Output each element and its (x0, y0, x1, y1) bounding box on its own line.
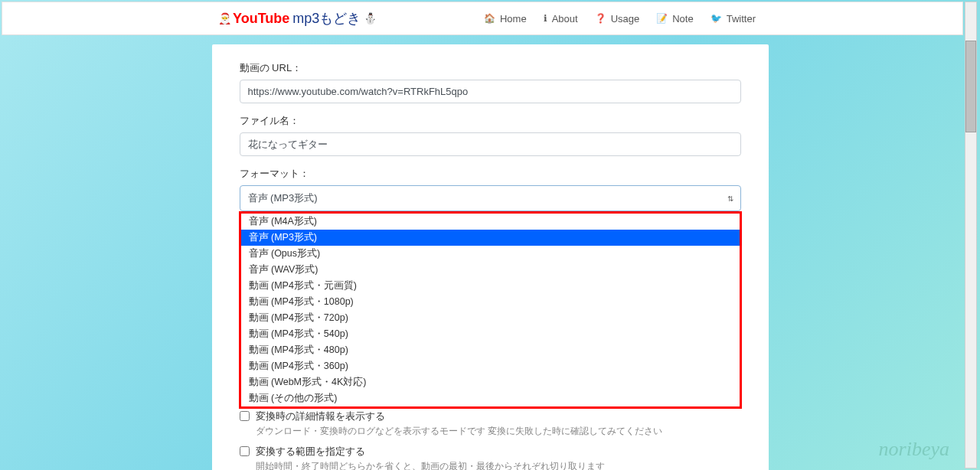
format-option-m4a[interactable]: 音声 (M4A形式) (241, 214, 740, 230)
nav-twitter[interactable]: 🐦 Twitter (710, 13, 756, 24)
checkbox-range[interactable] (240, 446, 250, 456)
format-option-wav[interactable]: 音声 (WAV形式) (241, 262, 740, 278)
format-option-mp3[interactable]: 音声 (MP3形式) (241, 230, 740, 246)
nav-home[interactable]: 🏠 Home (484, 13, 527, 24)
format-dropdown: 音声 (M4A形式) 音声 (MP3形式) 音声 (Opus形式) 音声 (WA… (239, 211, 742, 409)
nav-usage[interactable]: ❓ Usage (595, 13, 640, 24)
nav-about-label: About (552, 13, 578, 24)
checkbox-range-label: 変換する範囲を指定する (256, 445, 741, 459)
checkbox-detail-group: 変換時の詳細情報を表示する ダウンロード・変換時のログなどを表示するモードです … (240, 410, 741, 438)
watermark: noribeya (879, 438, 949, 461)
format-option-mp4-1080[interactable]: 動画 (MP4形式・1080p) (241, 294, 740, 310)
format-option-opus[interactable]: 音声 (Opus形式) (241, 246, 740, 262)
scrollbar-track[interactable] (965, 2, 977, 468)
format-group: フォーマット： 音声 (MP3形式) ⇅ 音声 (M4A形式) 音声 (MP3形… (240, 167, 741, 211)
filename-input[interactable] (240, 132, 741, 156)
format-option-other[interactable]: 動画 (その他の形式) (241, 390, 740, 406)
format-option-webm-4k[interactable]: 動画 (WebM形式・4K対応) (241, 374, 740, 390)
logo-mp3: mp3もどき (292, 9, 361, 28)
format-select[interactable]: 音声 (MP3形式) (240, 185, 741, 211)
filename-group: ファイル名： (240, 114, 741, 156)
snowman-icon: ⛄ (364, 12, 377, 24)
checkbox-detail[interactable] (240, 411, 250, 421)
header-bar: 🎅 YouTube mp3もどき ⛄ 🏠 Home ℹ About ❓ Usag… (2, 2, 963, 35)
twitter-icon: 🐦 (710, 13, 722, 24)
url-label: 動画の URL： (240, 61, 741, 75)
format-option-mp4-540[interactable]: 動画 (MP4形式・540p) (241, 326, 740, 342)
nav-note-label: Note (672, 13, 693, 24)
checkbox-range-group: 変換する範囲を指定する 開始時間・終了時間どちらかを省くと、動画の最初・最後から… (240, 445, 741, 471)
nav-menu: 🏠 Home ℹ About ❓ Usage 📝 Note 🐦 Twitter (484, 13, 756, 24)
info-icon: ℹ (544, 13, 547, 24)
url-group: 動画の URL： (240, 61, 741, 103)
question-icon: ❓ (595, 13, 606, 24)
nav-twitter-label: Twitter (727, 13, 756, 24)
format-option-mp4-orig[interactable]: 動画 (MP4形式・元画質) (241, 278, 740, 294)
url-input[interactable] (240, 80, 741, 103)
format-option-mp4-720[interactable]: 動画 (MP4形式・720p) (241, 310, 740, 326)
scrollbar-thumb[interactable] (965, 41, 976, 132)
note-icon: 📝 (656, 13, 668, 24)
nav-about[interactable]: ℹ About (544, 13, 578, 24)
nav-home-label: Home (500, 13, 527, 24)
format-label: フォーマット： (240, 167, 741, 181)
logo[interactable]: 🎅 YouTube mp3もどき ⛄ (218, 9, 377, 28)
format-select-wrapper: 音声 (MP3形式) ⇅ 音声 (M4A形式) 音声 (MP3形式) 音声 (O… (240, 185, 741, 211)
logo-youtube: YouTube (233, 11, 289, 27)
content-card: 動画の URL： ファイル名： フォーマット： 音声 (MP3形式) ⇅ 音声 … (212, 44, 769, 470)
home-icon: 🏠 (484, 13, 495, 24)
checkbox-detail-label: 変換時の詳細情報を表示する (256, 410, 741, 423)
format-option-mp4-360[interactable]: 動画 (MP4形式・360p) (241, 358, 740, 374)
nav-note[interactable]: 📝 Note (656, 13, 693, 24)
nav-usage-label: Usage (611, 13, 640, 24)
checkbox-detail-desc: ダウンロード・変換時のログなどを表示するモードです 変換に失敗した時に確認してみ… (256, 425, 741, 438)
format-option-mp4-480[interactable]: 動画 (MP4形式・480p) (241, 342, 740, 358)
filename-label: ファイル名： (240, 114, 741, 128)
checkbox-range-desc1: 開始時間・終了時間どちらかを省くと、動画の最初・最後からそれぞれ切り取ります (256, 460, 741, 471)
santa-hat-icon: 🎅 (218, 12, 231, 24)
